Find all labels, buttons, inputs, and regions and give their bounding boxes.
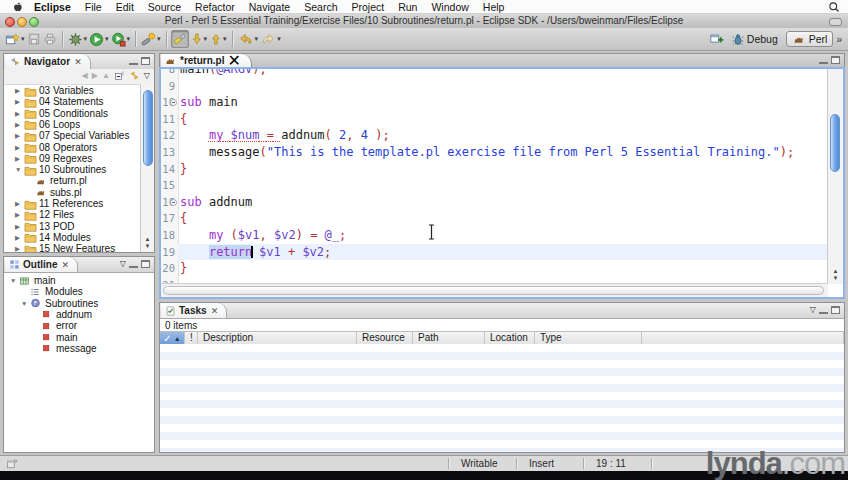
navigator-tab[interactable]: Navigator ✕	[5, 54, 91, 69]
maximize-view-icon[interactable]	[141, 57, 150, 65]
menu-item-navigate[interactable]: Navigate	[242, 0, 297, 14]
navigator-item-04-statements[interactable]: ▶04 Statements	[4, 96, 141, 107]
menu-item-help[interactable]: Help	[476, 0, 512, 14]
minimize-view-icon[interactable]	[819, 56, 828, 64]
expand-arrow-icon[interactable]: ▶	[15, 87, 20, 95]
back-button[interactable]: ▾	[237, 31, 260, 47]
code-line-13[interactable]: message("This is the template.pl exercis…	[178, 144, 828, 161]
debug-perspective-button[interactable]: Debug	[727, 32, 783, 47]
editor-vertical-scrollbar[interactable]: ▲▼	[827, 69, 843, 284]
navigator-item-14-modules[interactable]: ▶14 Modules	[4, 232, 141, 243]
perspective-overflow-chevron[interactable]: »	[836, 34, 842, 45]
editor-horizontal-scrollbar[interactable]	[161, 283, 828, 297]
navigator-item-13-pod[interactable]: ▶13 POD	[4, 221, 141, 232]
close-icon[interactable]: ✕	[61, 260, 69, 270]
perl-perspective-button[interactable]: Perl	[786, 31, 834, 47]
forward-button[interactable]: ▾	[259, 31, 282, 47]
collapse-all-icon[interactable]	[114, 70, 125, 81]
expand-arrow-icon[interactable]: ▶	[15, 121, 20, 129]
navigator-item-12-files[interactable]: ▶12 Files	[4, 209, 141, 220]
save-button[interactable]	[26, 31, 42, 47]
code-line-17[interactable]: {	[178, 210, 828, 227]
outline-item-main[interactable]: ▼main	[4, 275, 154, 286]
collapse-arrow-icon[interactable]: ▼	[15, 166, 21, 173]
fast-view-icon[interactable]	[6, 458, 18, 470]
view-menu-icon[interactable]: ▽	[810, 306, 816, 314]
navigator-item-09-regexes[interactable]: ▶09 Regexes	[4, 153, 141, 164]
menu-item-window[interactable]: Window	[424, 0, 475, 14]
previous-annotation-button[interactable]: ▾	[208, 31, 228, 47]
toolbar-collapse-pill[interactable]	[829, 18, 842, 26]
outline-tab[interactable]: Outline ✕	[5, 257, 78, 272]
menu-item-edit[interactable]: Edit	[109, 0, 141, 14]
expand-arrow-icon[interactable]: ▶	[15, 110, 20, 118]
code-line-14[interactable]: }	[178, 161, 828, 178]
minimize-view-icon[interactable]	[819, 306, 828, 314]
expand-arrow-icon[interactable]: ▶	[15, 132, 20, 140]
expand-arrow-icon[interactable]: ▶	[15, 223, 20, 231]
expand-arrow-icon[interactable]: ▶	[15, 234, 20, 242]
expand-arrow-icon[interactable]: ▶	[15, 200, 20, 208]
maximize-view-icon[interactable]	[831, 56, 840, 64]
scroll-up-icon[interactable]: ▲	[141, 236, 154, 243]
outline-item-modules[interactable]: Modules	[4, 286, 154, 297]
outline-item-subroutines[interactable]: ▼FSubroutines	[4, 298, 154, 309]
outline-item-error[interactable]: error	[4, 320, 154, 331]
navigator-item-05-conditionals[interactable]: ▶05 Conditionals	[4, 108, 141, 119]
navigator-item-03-variables[interactable]: ▶03 Variables	[4, 85, 141, 96]
menu-item-run[interactable]: Run	[391, 0, 424, 14]
debug-button[interactable]: ▾	[67, 31, 89, 48]
scroll-down-icon[interactable]: ▼	[141, 243, 154, 250]
navigator-item-06-loops[interactable]: ▶06 Loops	[4, 119, 141, 130]
maximize-view-icon[interactable]	[141, 260, 150, 268]
expand-arrow-icon[interactable]: ▶	[15, 211, 20, 219]
menu-item-refactor[interactable]: Refactor	[188, 0, 242, 14]
navigator-scrollbar[interactable]: ▲▼	[140, 84, 154, 252]
collapse-arrow-icon[interactable]: ▼	[21, 300, 27, 307]
navigator-item-subs-pl[interactable]: subs.pl	[4, 187, 141, 198]
run-external-button[interactable]: ▾	[110, 31, 132, 48]
menu-item-search[interactable]: Search	[297, 0, 344, 14]
code-line-10[interactable]: sub main	[178, 94, 828, 111]
editor-tab-return-pl[interactable]: *return.pl ✕	[161, 54, 252, 67]
code-line-9[interactable]	[178, 78, 828, 95]
fold-collapse-icon[interactable]	[170, 199, 177, 206]
scroll-up-icon[interactable]: ▲	[828, 268, 843, 275]
expand-arrow-icon[interactable]: ▶	[15, 144, 20, 152]
torch-button[interactable]: ▾	[140, 31, 162, 48]
outline-item-main[interactable]: main	[4, 332, 154, 343]
menu-item-source[interactable]: Source	[141, 0, 188, 14]
collapse-arrow-icon[interactable]: ▼	[10, 277, 16, 284]
new-wizard-button[interactable]: ▾	[4, 31, 26, 48]
editor-viewport[interactable]: main(@ARGV);sub main{ my $num = addnum( …	[178, 69, 828, 284]
expand-arrow-icon[interactable]: ▶	[15, 155, 20, 163]
tasks-table-body[interactable]	[160, 344, 844, 452]
back-history-icon[interactable]: ◀	[82, 71, 88, 80]
navigator-item-10-subroutines[interactable]: ▼10 Subroutines	[4, 164, 141, 175]
code-line-8[interactable]: main(@ARGV);	[178, 69, 828, 78]
open-perspective-button[interactable]	[709, 32, 724, 46]
next-annotation-button[interactable]: ▾	[189, 31, 209, 47]
code-line-11[interactable]: {	[178, 111, 828, 128]
navigator-item-return-pl[interactable]: return.pl	[4, 175, 141, 186]
scroll-down-icon[interactable]: ▼	[828, 275, 843, 282]
code-line-16[interactable]: sub addnum	[178, 194, 828, 211]
navigator-item-08-operators[interactable]: ▶08 Operators	[4, 142, 141, 153]
navigator-item-15-new-features[interactable]: ▶15 New Features	[4, 243, 141, 252]
view-menu-icon[interactable]: ▽	[120, 260, 126, 268]
mark-occurrences-toggle[interactable]	[171, 30, 189, 48]
run-button[interactable]: ▾	[88, 31, 110, 48]
expand-arrow-icon[interactable]: ▶	[15, 98, 20, 106]
up-level-icon[interactable]: ▲	[102, 71, 110, 80]
code-line-15[interactable]	[178, 177, 828, 194]
code-editor[interactable]: 89101112131415161718192021 main(@ARGV);s…	[159, 67, 845, 299]
tasks-tab[interactable]: Tasks ✕	[161, 303, 227, 318]
menu-app-name[interactable]: Eclipse	[27, 0, 78, 14]
link-editor-icon[interactable]	[129, 70, 140, 81]
maximize-view-icon[interactable]	[831, 306, 840, 314]
close-icon[interactable]: ✕	[211, 306, 219, 316]
navigator-item-11-references[interactable]: ▶11 References	[4, 198, 141, 209]
expand-arrow-icon[interactable]: ▶	[15, 245, 20, 252]
outline-item-addnum[interactable]: addnum	[4, 309, 154, 320]
close-icon[interactable]: ✕	[74, 57, 82, 67]
